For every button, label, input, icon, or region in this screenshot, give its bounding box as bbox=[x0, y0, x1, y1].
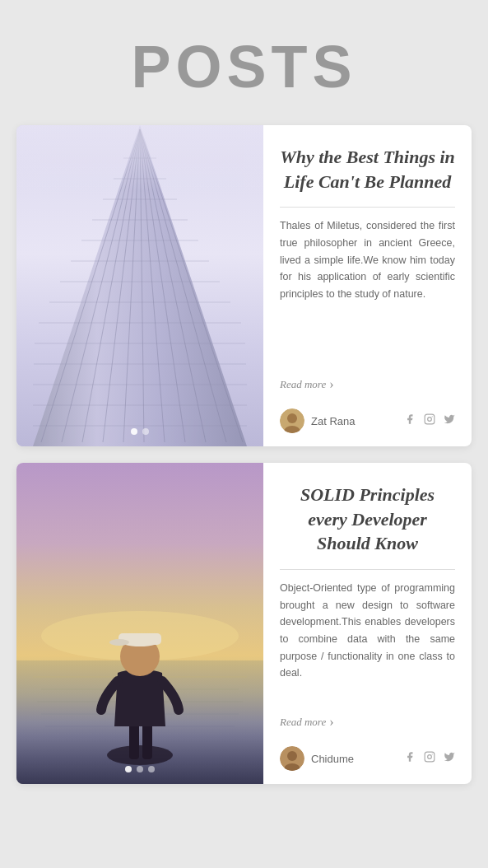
svg-point-42 bbox=[107, 745, 173, 765]
post-2-image-section bbox=[16, 463, 263, 784]
svg-point-53 bbox=[428, 755, 432, 759]
dot-2-inactive-2 bbox=[148, 766, 155, 772]
post-1-author-name: Zat Rana bbox=[311, 415, 355, 427]
post-2-excerpt: Object-Oriented type of programming brou… bbox=[280, 580, 455, 707]
post-1-footer: Zat Rana bbox=[280, 402, 455, 433]
post-1-image-bg bbox=[16, 125, 263, 446]
svg-rect-31 bbox=[425, 414, 435, 424]
page-title: POSTS bbox=[16, 33, 472, 100]
post-1-author: Zat Rana bbox=[280, 408, 355, 433]
post-1-content: Why the Best Things in Life Can't Be Pla… bbox=[263, 125, 472, 446]
svg-point-54 bbox=[432, 754, 433, 754]
post-1-twitter-icon[interactable] bbox=[444, 413, 455, 428]
svg-rect-52 bbox=[425, 752, 435, 762]
post-1-title: Why the Best Things in Life Can't Be Pla… bbox=[280, 145, 455, 194]
post-2-social bbox=[404, 751, 455, 766]
dot-2-inactive-1 bbox=[137, 766, 143, 772]
dot-1-active bbox=[131, 428, 137, 435]
svg-point-48 bbox=[109, 639, 129, 646]
post-1-divider bbox=[280, 207, 455, 208]
building-illustration bbox=[16, 125, 263, 446]
post-1-facebook-icon[interactable] bbox=[404, 413, 416, 428]
post-2-twitter-icon[interactable] bbox=[444, 751, 455, 766]
page-header: POSTS bbox=[0, 0, 488, 125]
svg-rect-44 bbox=[142, 722, 152, 759]
post-2-read-more[interactable]: Read more bbox=[280, 715, 455, 730]
svg-point-50 bbox=[287, 751, 297, 761]
dot-2-active bbox=[125, 766, 132, 772]
svg-point-32 bbox=[428, 418, 432, 422]
post-2-footer: Chidume bbox=[280, 740, 455, 771]
svg-rect-43 bbox=[129, 722, 139, 759]
post-2-author-name: Chidume bbox=[311, 753, 354, 765]
post-2-content: SOLID Principles every Developer Should … bbox=[263, 463, 472, 784]
post-card-2: SOLID Principles every Developer Should … bbox=[16, 463, 472, 784]
page-wrapper: POSTS bbox=[0, 0, 488, 809]
svg-rect-27 bbox=[16, 125, 263, 191]
post-2-title: SOLID Principles every Developer Should … bbox=[280, 483, 455, 556]
post-2-facebook-icon[interactable] bbox=[404, 751, 416, 766]
post-2-image-bg bbox=[16, 463, 263, 784]
post-1-avatar bbox=[280, 408, 304, 433]
post-2-divider bbox=[280, 569, 455, 570]
dot-1-inactive bbox=[142, 428, 149, 435]
post-1-social bbox=[404, 413, 455, 428]
post-1-read-more[interactable]: Read more bbox=[280, 377, 455, 392]
posts-container: Why the Best Things in Life Can't Be Pla… bbox=[0, 125, 488, 809]
svg-point-33 bbox=[432, 416, 433, 417]
post-1-excerpt: Thales of Miletus, considered the first … bbox=[280, 217, 455, 369]
post-1-image-section bbox=[16, 125, 263, 446]
post-1-instagram-icon[interactable] bbox=[424, 413, 435, 428]
post-1-avatar-img bbox=[280, 408, 304, 433]
post-card-1: Why the Best Things in Life Can't Be Pla… bbox=[16, 125, 472, 446]
svg-point-29 bbox=[287, 413, 297, 423]
post-2-avatar bbox=[280, 746, 304, 771]
post-2-dots bbox=[125, 766, 155, 772]
post-2-instagram-icon[interactable] bbox=[424, 751, 435, 766]
sunset-illustration bbox=[16, 463, 263, 784]
post-1-dots bbox=[131, 428, 149, 435]
post-2-author: Chidume bbox=[280, 746, 354, 771]
post-2-avatar-img bbox=[280, 746, 304, 771]
